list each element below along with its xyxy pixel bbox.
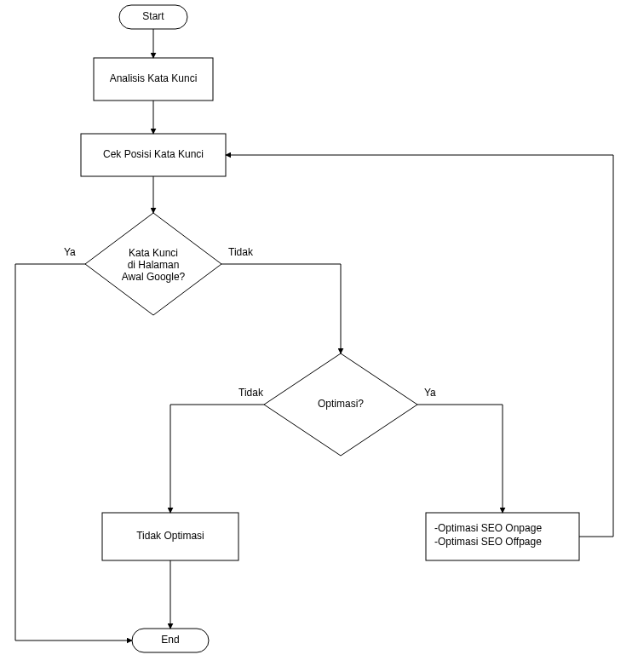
cond2-label: Optimasi?: [318, 398, 364, 410]
node-optimize-actions: -Optimasi SEO Onpage -Optimasi SEO Offpa…: [426, 513, 579, 560]
edge-cond1-no-cond2: [221, 264, 341, 353]
node-decision-optimize: Optimasi?: [264, 353, 417, 456]
edge-opt-loop-check: [226, 155, 613, 537]
cond2-no-label: Tidak: [238, 387, 264, 399]
opt-l1: -Optimasi SEO Onpage: [434, 522, 542, 534]
edge-cond1-yes-end: [15, 264, 132, 640]
cond1-no-label: Tidak: [228, 246, 254, 258]
cond1-label-l2: di Halaman: [128, 259, 180, 271]
end-label: End: [161, 634, 179, 646]
opt-l2: -Optimasi SEO Offpage: [434, 536, 542, 548]
check-label: Cek Posisi Kata Kunci: [103, 148, 204, 160]
flowchart-canvas: Start Analisis Kata Kunci Cek Posisi Kat…: [0, 0, 632, 672]
cond2-yes-label: Ya: [424, 387, 436, 399]
node-end: End: [132, 629, 209, 652]
cond1-label-l1: Kata Kunci: [129, 247, 178, 259]
node-no-optimize: Tidak Optimasi: [102, 513, 238, 560]
edge-cond2-yes-opt: [417, 405, 503, 513]
noopt-label: Tidak Optimasi: [136, 530, 204, 542]
cond1-yes-label: Ya: [64, 246, 76, 258]
start-label: Start: [142, 10, 164, 22]
node-check-position: Cek Posisi Kata Kunci: [81, 134, 226, 176]
node-decision-first-page: Kata Kunci di Halaman Awal Google?: [85, 213, 221, 315]
analyze-label: Analisis Kata Kunci: [110, 72, 198, 84]
edge-cond2-no-noopt: [170, 405, 264, 513]
node-analyze-keyword: Analisis Kata Kunci: [94, 58, 213, 101]
node-start: Start: [119, 5, 187, 29]
cond1-label-l3: Awal Google?: [122, 271, 186, 283]
